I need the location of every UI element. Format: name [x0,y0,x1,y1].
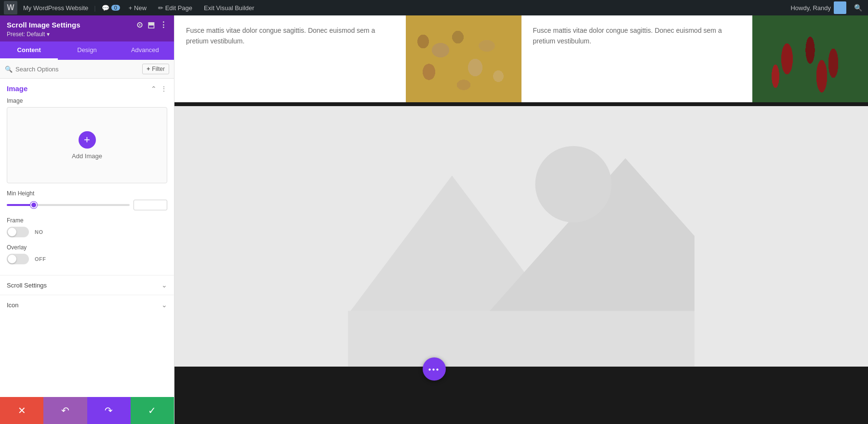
tab-design[interactable]: Design [58,41,116,60]
preset-selector[interactable]: Preset: Default ▾ [7,31,167,38]
frame-toggle-knob [8,228,16,236]
fab-icon: ●●● [428,367,440,372]
frame-toggle-row: NO [7,227,167,237]
howdy-user: Howdy, Randy [790,1,846,14]
undo-button[interactable]: ↶ [43,397,87,424]
overlay-label: Overlay [7,244,167,251]
min-height-label: Min Height [7,190,167,197]
image-section-header: Image ⌃ ⋮ [7,84,167,93]
edit-page-button[interactable]: ✏ Edit Page [155,3,195,13]
image-section-title: Image [7,84,27,93]
card-2-image [752,15,868,102]
sidebar-title-text: Scroll Image Settings [7,21,80,29]
wp-admin-topbar: W My WordPress Website | 💬 0 + New ✏ Edi… [0,0,868,15]
sidebar-bottom-bar: ✕ ↶ ↷ ✓ [0,397,174,424]
wp-logo-icon[interactable]: W [4,1,17,14]
min-height-slider-row: 450px [7,200,167,210]
overlay-toggle[interactable] [7,254,29,264]
cancel-button[interactable]: ✕ [0,397,43,424]
frame-label: Frame [7,217,167,224]
card-2-text: Fusce mattis vitae dolor congue sagittis… [521,15,753,102]
split-view-icon[interactable]: ⬒ [147,20,155,29]
save-button[interactable]: ✓ [131,397,174,424]
new-label: + New [129,4,147,12]
site-name-link[interactable]: My WordPress Website [23,4,88,12]
redo-icon: ↷ [105,405,113,416]
undo-icon: ↶ [61,405,69,416]
svg-point-2 [535,146,611,222]
slider-fill [7,204,34,206]
comments-link[interactable]: 💬 0 [102,4,120,12]
slider-thumb[interactable] [30,202,37,208]
card-1-image [406,15,521,102]
preset-label: Preset: Default [7,31,45,38]
scroll-settings-chevron-icon: ⌄ [161,281,167,289]
filter-button[interactable]: + Filter [142,64,169,74]
icon-section[interactable]: Icon ⌄ [0,295,174,315]
sidebar-header: Scroll Image Settings ⊙ ⬒ ⋮ Preset: Defa… [0,15,174,41]
redo-button[interactable]: ↷ [87,397,131,424]
user-avatar [834,1,846,14]
image-section-collapse-icon[interactable]: ⌃ [151,85,157,93]
new-button[interactable]: + New [126,3,149,13]
min-height-slider-track[interactable] [7,204,130,206]
icon-section-title: Icon [7,301,19,309]
settings-sidebar: Scroll Image Settings ⊙ ⬒ ⋮ Preset: Defa… [0,15,174,424]
cancel-icon: ✕ [18,405,26,416]
min-height-field: Min Height 450px [7,190,167,210]
topbar-search-icon[interactable]: 🔍 [852,2,864,14]
save-icon: ✓ [148,405,156,416]
image-placeholder[interactable] [174,106,868,367]
edit-page-label: ✏ Edit Page [158,4,192,12]
filter-plus-icon: + [147,66,150,72]
overlay-field: Overlay OFF [7,244,167,264]
section-divider [174,102,868,106]
preset-chevron-icon: ▾ [47,31,50,38]
image-section: Image ⌃ ⋮ Image + Add Image [0,79,174,275]
image-field-label: Image [7,97,167,104]
comment-icon: 💬 [102,4,109,12]
howdy-label: Howdy, Randy [790,4,831,12]
overlay-toggle-row: OFF [7,254,167,264]
more-options-icon[interactable]: ⋮ [160,20,167,29]
svg-rect-3 [348,311,695,367]
placeholder-svg [348,106,695,367]
card-2: Fusce mattis vitae dolor congue sagittis… [521,15,868,102]
filter-label: Filter [152,66,165,72]
add-image-label: Add Image [72,152,102,160]
sidebar-title-bar: Scroll Image Settings ⊙ ⬒ ⋮ [7,20,167,29]
icon-section-chevron-icon: ⌄ [161,301,167,309]
exit-visual-builder-button[interactable]: Exit Visual Builder [201,3,257,13]
image-upload-area[interactable]: + Add Image [7,107,167,183]
fab-button[interactable]: ●●● [423,357,446,381]
tab-content[interactable]: Content [0,41,58,60]
image-field: Image + Add Image [7,97,167,183]
image-section-more-icon[interactable]: ⋮ [160,85,167,93]
settings-tabs: Content Design Advanced [0,41,174,60]
min-height-input[interactable]: 450px [134,200,167,210]
search-input[interactable] [15,66,139,73]
overlay-toggle-knob [8,255,16,263]
frame-toggle-label: NO [35,229,43,235]
add-image-button[interactable]: + [79,131,96,149]
scroll-settings-section[interactable]: Scroll Settings ⌄ [0,275,174,295]
cards-row: Fusce mattis vitae dolor congue sagittis… [174,15,868,102]
wp-logo-label: W [7,3,14,12]
exit-vb-label: Exit Visual Builder [204,4,254,12]
scroll-settings-title: Scroll Settings [7,282,47,289]
search-icon: 🔍 [5,66,13,73]
card-1-text: Fusce mattis vitae dolor congue sagittis… [174,15,406,102]
card-1: Fusce mattis vitae dolor congue sagittis… [174,15,521,102]
options-search-bar: 🔍 + Filter [0,60,174,79]
add-image-plus-icon: + [84,134,90,146]
frame-field: Frame NO [7,217,167,237]
visual-builder-canvas: Fusce mattis vitae dolor congue sagittis… [174,15,868,424]
frame-toggle[interactable] [7,227,29,237]
tab-advanced[interactable]: Advanced [116,41,174,60]
sidebar-content-area: Image ⌃ ⋮ Image + Add Image [0,79,174,397]
comment-count-badge: 0 [111,5,120,11]
overlay-toggle-label: OFF [35,256,46,262]
focus-mode-icon[interactable]: ⊙ [136,20,143,29]
